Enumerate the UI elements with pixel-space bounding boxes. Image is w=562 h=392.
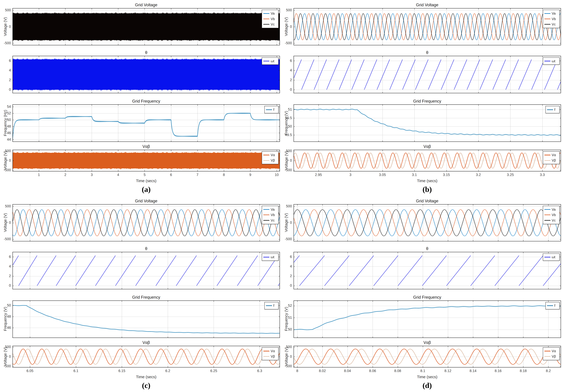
legend-theta: ωt	[543, 58, 560, 65]
legend-item-Va: Va	[263, 207, 277, 212]
legend-theta: ωt	[262, 254, 279, 261]
legend-grid-frequency: f	[545, 106, 560, 113]
ωt-line-swatch-icon	[544, 257, 550, 257]
va-line-swatch-icon	[544, 13, 550, 14]
y-tick-label: 0	[281, 159, 292, 162]
legend-item-Vα: Vα	[263, 349, 277, 353]
x-tick-label: 6.05	[22, 369, 38, 373]
vα-line-swatch-icon	[544, 351, 550, 351]
x-tick-label: 8.14	[465, 369, 481, 373]
plot-canvas-grid-frequency	[293, 104, 561, 142]
y-tick-label: 500	[281, 204, 292, 208]
y-tick-label: 0	[281, 88, 292, 92]
y-tick-label: 51	[281, 316, 292, 320]
plot-title-grid-voltage: Grid Voltage	[293, 3, 561, 7]
legend-valphabeta: VαVβ	[543, 151, 560, 164]
plot-canvas-grid-voltage	[12, 8, 280, 45]
y-tick-label: -500	[0, 41, 11, 45]
x-tick-label: 1	[31, 173, 47, 177]
legend-item-Vβ: Vβ	[544, 354, 558, 359]
plot-canvas-theta	[12, 56, 280, 93]
y-tick-label: 0	[281, 221, 292, 225]
ωt-line-swatch-icon	[544, 61, 550, 61]
vβ-line-swatch-icon	[263, 160, 269, 161]
legend-label: Vc	[552, 22, 556, 26]
plot-canvas-valphabeta	[12, 346, 280, 368]
x-tick-label: 3	[84, 173, 100, 177]
x-axis-label: Time (secs)	[12, 375, 280, 379]
plot-title-valphabeta: Vαβ	[12, 340, 280, 345]
y-tick-label: 46	[0, 131, 11, 135]
y-tick-label: 500	[281, 8, 292, 12]
y-axis-label-grid-frequency: Frequency (Hz)	[3, 104, 8, 142]
plot-title-valphabeta: Vαβ	[293, 340, 561, 345]
legend-item-ωt: ωt	[544, 59, 558, 63]
y-tick-label: 6	[281, 59, 292, 63]
plot-canvas-valphabeta	[12, 150, 280, 172]
panel-column-a: Grid VoltageVoltage (V)5000-500VaVbVcθ02…	[0, 0, 281, 196]
x-tick-label: 4	[110, 173, 126, 177]
y-tick-label: 0	[0, 25, 11, 29]
va-line-swatch-icon	[263, 13, 269, 14]
legend-grid-voltage: VaVbVc	[262, 10, 279, 28]
legend-label: Vα	[271, 153, 275, 157]
legend-item-Vβ: Vβ	[263, 354, 277, 359]
caption-d: (d)	[293, 381, 561, 390]
y-tick-label: -500	[0, 364, 11, 368]
legend-label: Vα	[271, 349, 275, 353]
x-tick-label: 8	[289, 369, 305, 373]
x-tick-label: 2.95	[311, 173, 326, 177]
legend-item-Va: Va	[263, 11, 277, 16]
figure-root: Grid VoltageVoltage (V)5000-500VaVbVcθ02…	[0, 0, 562, 392]
legend-item-ωt: ωt	[544, 255, 558, 259]
plot-canvas-grid-frequency	[12, 300, 280, 338]
y-tick-label: -500	[0, 168, 11, 172]
y-tick-label: 52	[281, 304, 292, 308]
vc-line-swatch-icon	[544, 220, 550, 221]
y-tick-label: 48	[0, 314, 11, 319]
va-line-swatch-icon	[544, 209, 550, 210]
x-tick-label: 3.05	[375, 173, 390, 177]
y-tick-label: -500	[281, 237, 292, 241]
x-tick-label: 6.3	[252, 369, 268, 373]
y-tick-label: 52	[0, 111, 11, 115]
legend-label: Vβ	[552, 158, 556, 162]
legend-item-Vβ: Vβ	[544, 158, 558, 162]
legend-label: ωt	[271, 59, 274, 63]
legend-label: Vc	[271, 218, 275, 223]
y-tick-label: 44	[0, 138, 11, 142]
plot-title-grid-voltage: Grid Voltage	[12, 3, 280, 7]
plot-title-theta: θ	[293, 50, 561, 55]
plot-title-grid-voltage: Grid Voltage	[12, 199, 280, 203]
x-tick-label: 8.1	[415, 369, 431, 373]
panel-column-d: Grid VoltageVoltage (V)5000-500VaVbVcθ02…	[281, 196, 562, 392]
y-tick-label: 2	[281, 274, 292, 278]
legend-item-Vb: Vb	[544, 213, 558, 217]
vβ-line-swatch-icon	[544, 356, 550, 357]
caption-a: (a)	[12, 185, 280, 194]
x-tick-label: 3.3	[534, 173, 550, 177]
caption-c: (c)	[12, 381, 280, 390]
y-tick-label: 2	[0, 274, 11, 278]
y-tick-label: 50	[0, 118, 11, 122]
plot-title-valphabeta: Vαβ	[293, 144, 561, 149]
vb-line-swatch-icon	[263, 19, 269, 19]
legend-label: Vb	[552, 17, 556, 21]
y-tick-label: 46	[0, 326, 11, 330]
legend-item-ωt: ωt	[263, 255, 277, 259]
x-tick-label: 8.08	[390, 369, 406, 373]
plot-canvas-grid-voltage	[293, 204, 561, 241]
legend-item-Vc: Vc	[544, 218, 558, 223]
x-tick-label: 3.15	[438, 173, 454, 177]
vα-line-swatch-icon	[263, 155, 269, 155]
f-line-swatch-icon	[266, 305, 272, 306]
vc-line-swatch-icon	[544, 24, 550, 24]
vβ-line-swatch-icon	[263, 356, 269, 357]
plot-title-grid-frequency: Grid Frequency	[293, 99, 561, 104]
legend-item-f: f	[547, 303, 558, 308]
y-tick-label: 0	[0, 221, 11, 225]
legend-item-Vc: Vc	[544, 22, 558, 26]
legend-label: ωt	[552, 59, 555, 63]
y-tick-label: 0	[0, 159, 11, 162]
y-tick-label: 500	[281, 345, 292, 349]
